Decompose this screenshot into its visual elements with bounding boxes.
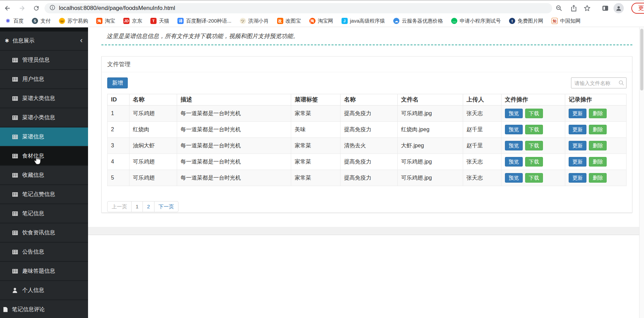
search-icon[interactable]: [619, 80, 624, 86]
prev-page-button[interactable]: 上一页: [107, 201, 132, 212]
sidebar-menu: 管理员信息 用户信息 菜谱大类信息 菜谱小类信息 菜谱信息 食材信息 收藏信息 …: [0, 50, 88, 318]
preview-button[interactable]: 预览: [505, 109, 523, 118]
download-button[interactable]: 下载: [525, 173, 543, 183]
card-body: 新增 ID名: [102, 72, 632, 217]
person-icon: [12, 288, 18, 293]
table-row: 2红烧肉每一道菜都是一台时光机美味提高免疫力红烧肉.jpeg赵千里预览下载更新删…: [108, 122, 627, 138]
delete-row-button[interactable]: 删除: [589, 173, 607, 183]
browser-update-button[interactable]: 更新: [631, 3, 644, 14]
page-2-button[interactable]: 2: [143, 201, 154, 212]
bookmark-中国知网[interactable]: 知 中国知网: [552, 18, 581, 24]
bookmark-star-icon[interactable]: [583, 4, 591, 12]
preview-button[interactable]: 预览: [505, 125, 523, 134]
delete-row-button[interactable]: 删除: [589, 157, 607, 167]
sidebar-item-label: 用户信息: [22, 76, 44, 83]
sidebar-item-管理员信息[interactable]: 管理员信息: [0, 50, 88, 69]
preview-button[interactable]: 预览: [505, 141, 523, 150]
sidebar-item-菜谱大类信息[interactable]: 菜谱大类信息: [0, 88, 88, 108]
bookmark-百度翻译-200种语...[interactable]: 译 百度翻译-200种语...: [177, 18, 232, 24]
search-input[interactable]: [571, 77, 627, 88]
add-button[interactable]: 新增: [107, 77, 128, 88]
collapse-chevron-icon[interactable]: ‹: [80, 37, 83, 44]
page-1-button[interactable]: 1: [131, 201, 143, 212]
sidebar-item-收藏信息[interactable]: 收藏信息: [0, 165, 88, 184]
bookmark-淘宝网[interactable]: 淘 淘宝网: [309, 18, 333, 24]
cell-name: 红烧肉: [129, 122, 177, 138]
table-row: 4可乐鸡翅每一道菜都是一台时光机家常菜提高免疫力可乐鸡翅.jpg张天志预览下载更…: [108, 154, 627, 170]
delete-row-button[interactable]: 删除: [589, 109, 607, 118]
download-button[interactable]: 下载: [525, 157, 543, 167]
table-icon: [12, 115, 18, 120]
cell-tag: 家常菜: [291, 170, 340, 186]
back-icon[interactable]: [4, 4, 11, 12]
delete-row-button[interactable]: 删除: [589, 141, 607, 150]
share-icon[interactable]: [570, 4, 578, 12]
info-display-icon: ✱: [5, 38, 9, 44]
sidebar-item-用户信息[interactable]: 用户信息: [0, 69, 88, 88]
sidebar-item-笔记信息评论[interactable]: 笔记信息评论: [0, 299, 88, 318]
download-button[interactable]: 下载: [525, 109, 543, 118]
bookmark-改图宝[interactable]: 改 改图宝: [277, 18, 301, 24]
bookmark-云服务器优惠价格[interactable]: ☁ 云服务器优惠价格: [393, 18, 443, 24]
site-info-icon[interactable]: [49, 4, 55, 12]
update-row-button[interactable]: 更新: [569, 141, 586, 150]
address-bar[interactable]: localhost:8080/end/page/foodsMenuInfo.ht…: [45, 3, 552, 13]
column-header: 名称: [129, 94, 177, 106]
cell-uploader: 张天志: [463, 106, 501, 122]
column-header: 文件名: [397, 94, 463, 106]
sidebar-item-菜谱信息[interactable]: 菜谱信息: [0, 127, 88, 146]
sidebar-item-个人信息[interactable]: 个人信息: [0, 280, 88, 299]
update-row-button[interactable]: 更新: [569, 125, 586, 134]
card-title: 文件管理: [102, 57, 632, 72]
forward-icon[interactable]: [18, 4, 26, 12]
bookmark-label: 苏宁易购: [67, 18, 88, 24]
cell-name: 可乐鸡翅: [129, 170, 177, 186]
download-button[interactable]: 下载: [525, 141, 543, 150]
record-ops-cell: 更新删除: [565, 154, 627, 170]
bookmark-免费图片网[interactable]: t 免费图片网: [509, 18, 543, 24]
sidebar-item-笔记信息[interactable]: 笔记信息: [0, 204, 88, 223]
update-row-button[interactable]: 更新: [569, 173, 586, 183]
preview-button[interactable]: 预览: [505, 173, 523, 183]
cell-name: 可乐鸡翅: [129, 154, 177, 170]
page-scrollbar[interactable]: [639, 27, 644, 318]
next-page-button[interactable]: 下一页: [154, 201, 178, 212]
browser-window: localhost:8080/end/page/foodsMenuInfo.ht…: [0, 0, 644, 318]
bookmark-天猫[interactable]: T 天猫: [150, 18, 169, 24]
update-row-button[interactable]: 更新: [569, 109, 586, 118]
bookmark-支付[interactable]: S 支付: [32, 18, 51, 24]
bookmark-苏宁易购[interactable]: ω 苏宁易购: [59, 18, 88, 24]
bookmark-百度[interactable]: ❋ 百度: [5, 18, 24, 24]
bookmark-java高级程序猿[interactable]: J java高级程序猿: [342, 18, 385, 24]
sidebar-item-笔记点赞信息[interactable]: 笔记点赞信息: [0, 184, 88, 204]
sidebar-header[interactable]: ✱ 信息展示 ‹: [0, 32, 88, 50]
update-row-button[interactable]: 更新: [569, 157, 586, 167]
bookmark-favicon: 淘: [96, 18, 102, 24]
sidebar-item-饮食资讯信息[interactable]: 饮食资讯信息: [0, 223, 88, 242]
sidebar-item-label: 管理员信息: [22, 57, 50, 64]
refresh-icon[interactable]: [33, 4, 40, 12]
preview-button[interactable]: 预览: [505, 157, 523, 167]
page-intro-text: 这里是菜谱信息信息，所有文件支持下载功能，视频和图片支持预览功能。: [107, 32, 632, 40]
bookmark-label: 申请小程序测试号: [460, 18, 501, 24]
column-header: 文件操作: [501, 94, 565, 106]
zoom-out-icon[interactable]: [555, 4, 563, 12]
sidebar-item-食材信息[interactable]: 食材信息: [0, 146, 88, 165]
side-panel-icon[interactable]: [602, 4, 609, 12]
bookmark-淘宝[interactable]: 淘 淘宝: [96, 18, 115, 24]
bookmark-洪湖小肖[interactable]: ツ 洪湖小肖: [240, 18, 269, 24]
table-header-row: ID名称描述菜谱标签名称文件名上传人文件操作记录操作: [108, 94, 627, 106]
cell-name2: 清热去火: [340, 138, 398, 154]
bookmark-京东[interactable]: JD 京东: [123, 18, 142, 24]
cell-file: 红烧肉.jpeg: [397, 122, 463, 138]
scrollbar-thumb[interactable]: [640, 29, 643, 90]
bookmark-favicon: 译: [177, 18, 184, 24]
sidebar-item-趣味答题信息[interactable]: 趣味答题信息: [0, 261, 88, 280]
cell-name2: 提高免疫力: [340, 122, 398, 138]
profile-avatar[interactable]: [614, 3, 624, 13]
sidebar-item-菜谱小类信息[interactable]: 菜谱小类信息: [0, 108, 88, 127]
delete-row-button[interactable]: 删除: [589, 125, 607, 134]
sidebar-item-公告信息[interactable]: 公告信息: [0, 242, 88, 261]
bookmark-申请小程序测试号[interactable]: … 申请小程序测试号: [451, 18, 501, 24]
download-button[interactable]: 下载: [525, 125, 543, 134]
